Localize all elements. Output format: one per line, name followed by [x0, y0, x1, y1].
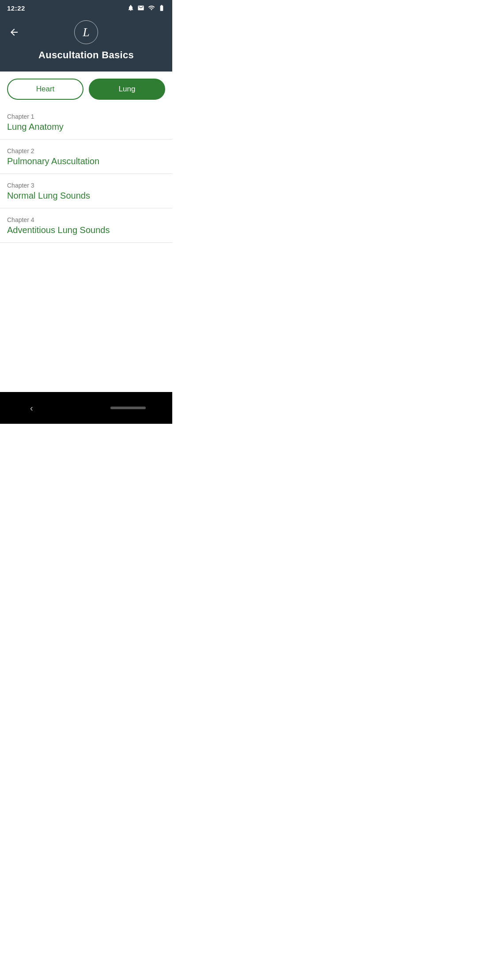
nav-back-button[interactable]: ‹ — [26, 400, 37, 417]
status-icons — [127, 4, 165, 11]
battery-icon — [158, 4, 165, 11]
mail-icon — [137, 4, 145, 11]
nav-home-pill[interactable] — [110, 407, 146, 409]
back-arrow-icon — [9, 27, 19, 38]
chapter-title-3: Normal Lung Sounds — [7, 191, 165, 201]
page-title: Auscultation Basics — [38, 49, 134, 61]
chapter-title-4: Adventitious Lung Sounds — [7, 225, 165, 235]
logo-letter: L — [83, 25, 90, 39]
chapter-label-4: Chapter 4 — [7, 216, 165, 223]
status-bar: 12:22 — [0, 0, 172, 16]
app-header: L Auscultation Basics — [0, 16, 172, 72]
header-row: L — [7, 20, 165, 44]
chapter-label-1: Chapter 1 — [7, 113, 165, 120]
chapter-item-1[interactable]: Chapter 1 Lung Anatomy — [0, 105, 172, 139]
notification-icon — [127, 4, 134, 11]
chapter-item-3[interactable]: Chapter 3 Normal Lung Sounds — [0, 174, 172, 208]
bottom-nav: ‹ — [0, 392, 172, 424]
chapter-title-1: Lung Anatomy — [7, 122, 165, 132]
tab-heart[interactable]: Heart — [7, 79, 83, 100]
tab-lung[interactable]: Lung — [89, 79, 165, 100]
chapters-list: Chapter 1 Lung Anatomy Chapter 2 Pulmona… — [0, 105, 172, 392]
wifi-icon — [148, 4, 155, 11]
chapter-item-2[interactable]: Chapter 2 Pulmonary Auscultation — [0, 139, 172, 174]
chapter-item-4[interactable]: Chapter 4 Adventitious Lung Sounds — [0, 208, 172, 243]
chapter-title-2: Pulmonary Auscultation — [7, 156, 165, 166]
status-time: 12:22 — [7, 4, 25, 12]
tabs-container: Heart Lung — [0, 72, 172, 105]
chapter-label-3: Chapter 3 — [7, 182, 165, 189]
back-button[interactable] — [7, 25, 21, 39]
chapter-label-2: Chapter 2 — [7, 147, 165, 155]
logo-circle: L — [74, 20, 98, 44]
